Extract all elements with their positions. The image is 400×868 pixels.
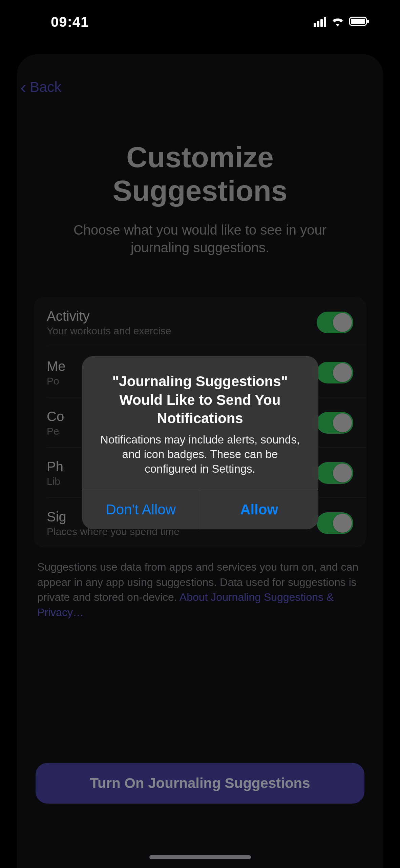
battery-icon [349, 17, 370, 27]
wifi-icon [331, 16, 344, 28]
status-bar: 09:41 [0, 0, 400, 44]
alert-message: Notifications may include alerts, sounds… [96, 433, 305, 476]
svg-rect-1 [351, 19, 365, 24]
alert-title: "Journaling Suggestions" Would Like to S… [96, 372, 305, 428]
svg-rect-2 [367, 20, 369, 23]
dont-allow-button[interactable]: Don't Allow [82, 490, 200, 529]
status-time: 09:41 [51, 14, 89, 30]
cell-signal-icon [314, 17, 326, 27]
home-indicator[interactable] [149, 855, 251, 859]
notification-permission-alert: "Journaling Suggestions" Would Like to S… [82, 356, 318, 529]
allow-button[interactable]: Allow [200, 490, 318, 529]
status-icons [314, 16, 370, 28]
